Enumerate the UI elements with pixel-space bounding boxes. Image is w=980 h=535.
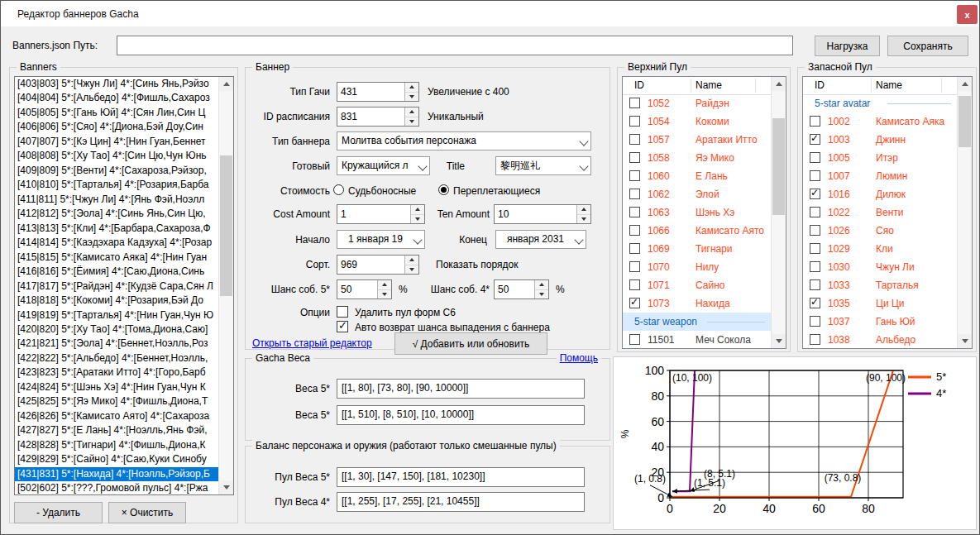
row-checkbox[interactable]	[629, 225, 640, 236]
ten-amount-spinner[interactable]: 10	[494, 204, 591, 224]
pool-row[interactable]: 1066Камисато Аято	[623, 222, 772, 240]
banner-list-item[interactable]: [412|812] 5*:[Эола] 4*:[Синь Янь,Син Цю,	[15, 207, 219, 221]
pool-row[interactable]: 1071Сайно	[623, 276, 772, 294]
banners-scrollbar[interactable]	[218, 77, 233, 494]
banner-list-item[interactable]: [419|819] 5*:[Тарталья] 4*:[Нин Гуан,Чун…	[15, 308, 219, 322]
banner-list-item[interactable]: [423|823] 5*:[Аратаки Итто] 4*:[Горо,Бар…	[15, 365, 219, 380]
pool-row[interactable]: 1070Нилу	[623, 258, 772, 276]
row-checkbox[interactable]	[629, 279, 640, 290]
banner-list-item[interactable]: [411|811] 5*:[Чжун Ли] 4*:[Янь Фэй,Ноэлл	[15, 193, 219, 207]
spin-up-icon[interactable]	[405, 83, 418, 92]
row-checkbox[interactable]	[629, 243, 640, 254]
banner-list-item[interactable]: [408|808] 5*:[Ху Тао] 4*:[Син Цю,Чун Юнь	[15, 149, 219, 163]
scroll-thumb[interactable]	[958, 96, 971, 147]
banner-list-item[interactable]: [407|807] 5*:[Кэ Цин] 4*:[Нин Гуан,Бенне…	[15, 135, 219, 149]
row-checkbox[interactable]	[810, 207, 820, 217]
banner-list-item[interactable]: [429|829] 5*:[Сайно] 4*:[Саю,Куки Синобу	[15, 452, 219, 466]
spin-down-icon[interactable]	[405, 92, 418, 102]
banner-list-item[interactable]: [420|820] 5*:[Ху Тао] 4*:[Тома,Диона,Саю…	[15, 322, 219, 337]
pool-row[interactable]: 1052Райдэн	[623, 94, 772, 112]
row-checkbox[interactable]	[629, 134, 640, 145]
banner-list-item[interactable]: [413|813] 5*:[Кли] 4*:[Барбара,Сахароза,…	[15, 222, 219, 236]
upper-pool-table[interactable]: ID Name 1052Райдэн1054Кокоми1057Аратаки …	[622, 76, 786, 349]
banner-list-item[interactable]: [421|821] 5*:[Эола] 4*:[Беннет,Ноэлль,Ро…	[15, 337, 219, 351]
pool-row[interactable]: 1030Чжун Ли	[803, 258, 958, 276]
row-checkbox[interactable]	[629, 207, 640, 217]
pool-row[interactable]: 1063Шэнь Хэ	[623, 203, 772, 222]
banner-list-item[interactable]: [502|602] 5*:[???,Громовой пульс] 4*:[Рж…	[15, 481, 219, 494]
scroll-down-icon[interactable]	[219, 480, 233, 494]
pool-row[interactable]: 1007Люмин	[803, 167, 958, 185]
spin-up-icon[interactable]	[405, 256, 418, 265]
cost-radio-intertwined[interactable]	[438, 184, 449, 195]
pool-row[interactable]: 1002Камисато Аяка	[803, 112, 958, 131]
pool-row[interactable]: 1057Аратаки Итто	[623, 131, 772, 149]
end-date-select[interactable]: января 2031	[495, 230, 586, 249]
pool-row[interactable]: 1058Яэ Мико	[623, 149, 772, 167]
row-checkbox[interactable]	[810, 334, 820, 345]
clear-banners-button[interactable]: × Очистить	[108, 502, 186, 523]
spin-down-icon[interactable]	[577, 214, 590, 224]
row-checkbox[interactable]	[810, 225, 820, 236]
row-checkbox[interactable]	[810, 189, 820, 199]
row-checkbox[interactable]	[629, 116, 640, 127]
row-checkbox[interactable]	[810, 152, 820, 163]
old-editor-link[interactable]: Открыть старый редактор	[252, 337, 372, 349]
scroll-thumb[interactable]	[772, 118, 785, 215]
banner-list-item[interactable]: [409|809] 5*:[Венти] 4*:[Сахароза,Рэйзор…	[15, 164, 219, 178]
title-select[interactable]: 黎明巡礼	[495, 156, 591, 175]
pool-row[interactable]: 1003Джинн	[803, 131, 958, 149]
remove-c6-checkbox[interactable]	[337, 306, 348, 318]
spin-up-icon[interactable]	[535, 280, 548, 289]
spin-up-icon[interactable]	[577, 205, 590, 214]
row-checkbox[interactable]	[810, 116, 820, 127]
load-button[interactable]: Нагрузка	[815, 36, 880, 56]
cost-option1-label[interactable]: Судьбоносные	[348, 181, 416, 201]
reserve-pool-table[interactable]: ID Name 5-star avatar1002Камисато Аяка10…	[802, 76, 973, 349]
delete-banner-button[interactable]: - Удалить	[14, 502, 103, 523]
banner-list-item[interactable]: [405|805] 5*:[Гань Юй] 4*:[Сян Лин,Син Ц	[15, 106, 219, 120]
spin-down-icon[interactable]	[405, 117, 418, 127]
row-checkbox[interactable]	[810, 316, 820, 327]
banner-list-item[interactable]: [418|818] 5*:[Кокоми] 4*:[Розария,Бэй До	[15, 294, 219, 308]
banner-list-item[interactable]: [410|810] 5*:[Тарталья] 4*:[Розария,Барб…	[15, 178, 219, 192]
scroll-down-icon[interactable]	[772, 334, 786, 348]
row-checkbox[interactable]	[629, 261, 640, 272]
cost-radio-fate[interactable]	[333, 184, 344, 195]
banner-list-item[interactable]: [422|822] 5*:[Альбедо] 4*:[Беннет,Ноэлль…	[15, 351, 219, 365]
auto-return-checkbox[interactable]	[337, 321, 348, 332]
upper-pool-scrollbar[interactable]	[771, 77, 786, 348]
row-checkbox[interactable]	[810, 298, 820, 308]
scroll-up-icon[interactable]	[772, 77, 786, 91]
close-button[interactable]: x	[957, 5, 978, 24]
banner-list-item[interactable]: [426|826] 5*:[Камисато Аято] 4*:[Сахароз…	[15, 409, 219, 423]
path-input[interactable]	[117, 36, 793, 55]
scroll-thumb[interactable]	[220, 155, 232, 296]
pool-row[interactable]: 1033Тарталья	[803, 276, 958, 294]
row-checkbox[interactable]	[629, 334, 640, 345]
pool-row[interactable]: 11501Меч Сокола	[623, 331, 772, 348]
spin-down-icon[interactable]	[535, 289, 548, 299]
row-checkbox[interactable]	[629, 189, 640, 199]
row-checkbox[interactable]	[810, 134, 820, 145]
spin-down-icon[interactable]	[405, 265, 418, 275]
pool-row[interactable]: 1069Тигнари	[623, 240, 772, 258]
spin-down-icon[interactable]	[378, 289, 391, 299]
banner-list-item[interactable]: [403|803] 5*:[Чжун Ли] 4*:[Синь Янь,Рэйз…	[15, 77, 219, 91]
sort-spinner[interactable]: 969	[337, 255, 419, 275]
banner-list-item[interactable]: [406|806] 5*:[Сяо] 4*:[Диона,Бэй Доу,Син	[15, 120, 219, 134]
weights5-input[interactable]: [[1, 80], [73, 80], [90, 10000]]	[337, 379, 585, 399]
cost-option2-label[interactable]: Переплетающиеся	[453, 181, 540, 201]
pool-row[interactable]: 1038Альбедо	[803, 331, 958, 348]
pool4-input[interactable]: [[1, 255], [17, 255], [21, 10455]]	[337, 492, 585, 512]
row-checkbox[interactable]	[629, 98, 640, 108]
scroll-up-icon[interactable]	[219, 77, 233, 91]
pool-row[interactable]: 1060Е Лань	[623, 167, 772, 185]
pool5-input[interactable]: [[1, 30], [147, 150], [181, 10230]]	[337, 467, 585, 487]
row-checkbox[interactable]	[629, 298, 640, 308]
save-button[interactable]: Сохранять	[887, 36, 968, 56]
pool-row[interactable]: 1022Венти	[803, 203, 958, 222]
row-checkbox[interactable]	[629, 170, 640, 181]
scroll-up-icon[interactable]	[958, 77, 972, 91]
chance5-spinner[interactable]: 50	[337, 279, 392, 299]
